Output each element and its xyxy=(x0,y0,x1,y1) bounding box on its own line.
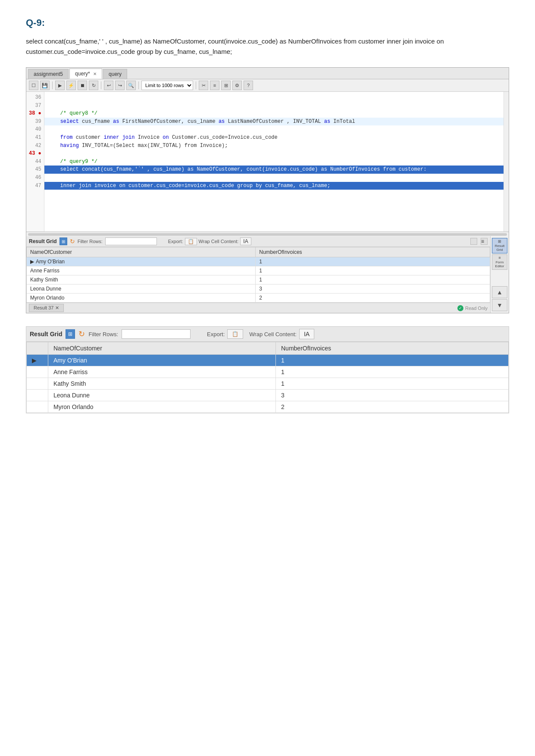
result-grid-icon-large[interactable]: ⊞ xyxy=(66,329,75,339)
form-editor-side-btn[interactable]: ≡ FormEditor xyxy=(492,254,507,270)
redo-btn[interactable]: ↪ xyxy=(115,81,125,90)
export-label-large: Export: xyxy=(207,331,225,337)
save-btn[interactable]: 💾 xyxy=(40,81,50,90)
table-row[interactable]: Myron Orlando 2 xyxy=(27,294,490,303)
fullscreen-btn[interactable] xyxy=(470,238,477,245)
wrap-label-large: Wrap Cell Content: xyxy=(249,331,297,337)
result-table-large-area: NameOfCustomer NumberOfInvoices ▶ Amy O'… xyxy=(26,342,509,413)
new-file-btn[interactable]: ☐ xyxy=(29,81,38,90)
wb-table-area: NameOfCustomer NumberOfInvoices Amy O'Br… xyxy=(26,247,490,303)
wb-result-table: NameOfCustomer NumberOfInvoices Amy O'Br… xyxy=(26,247,490,303)
tab-query[interactable]: query xyxy=(103,69,127,79)
read-only-label: Read Only xyxy=(465,306,488,311)
filter-rows-label-large: Filter Rows: xyxy=(88,331,118,337)
wb-toolbar: ☐ 💾 ▶ ⚡ ⏹ ↻ ↩ ↪ 🔍 Limit to 1000 rows ✂ ≡… xyxy=(26,79,509,92)
wb-h-scroll[interactable] xyxy=(26,232,509,236)
table-row-large[interactable]: Anne Farriss 1 xyxy=(27,366,509,378)
tab-close-icon[interactable]: ✕ xyxy=(93,72,97,76)
col-count: NumberOfInvoices xyxy=(256,247,490,257)
table-row-large[interactable]: Leona Dunne 3 xyxy=(27,390,509,401)
export-btn[interactable]: 📋 xyxy=(185,238,197,245)
table-row-large[interactable]: ▶ Amy O'Brian 1 xyxy=(27,355,509,366)
result-section-large: Result Grid ⊞ ↻ Filter Rows: Export: 📋 W… xyxy=(26,326,509,413)
settings-btn[interactable]: ⚙ xyxy=(232,81,242,90)
table-row-large[interactable]: Myron Orlando 2 xyxy=(27,401,509,413)
wb-editor: 36 37 38 ● 39 40 41 42 43 ● 44 45 46 47 … xyxy=(26,92,509,232)
refresh-icon[interactable]: ↻ xyxy=(70,238,75,245)
result-bar-large: Result Grid ⊞ ↻ Filter Rows: Export: 📋 W… xyxy=(26,327,509,342)
wrap-btn-large[interactable]: IA xyxy=(299,329,314,339)
tab-assignment5[interactable]: assignment5 xyxy=(28,69,69,79)
search-btn[interactable]: 🔍 xyxy=(126,81,136,90)
result-tab[interactable]: Result 37 ✕ xyxy=(29,304,64,312)
table-row[interactable]: Kathy Smith 1 xyxy=(27,275,490,284)
question-title: Q-9: xyxy=(26,17,509,28)
export-btn-large[interactable]: 📋 xyxy=(227,329,243,339)
undo-btn[interactable]: ↩ xyxy=(104,81,113,90)
wb-bottom-status: Result 37 ✕ ✓ Read Only xyxy=(26,303,490,313)
wrap-label: Wrap Cell Content: xyxy=(199,239,239,244)
result-grid-icon[interactable]: ⊞ xyxy=(59,237,67,245)
check-icon: ✓ xyxy=(457,305,463,311)
result-grid-side-btn[interactable]: ⊞ ResultGrid xyxy=(492,238,507,253)
table-row-large[interactable]: Kathy Smith 1 xyxy=(27,378,509,390)
filter-input-large[interactable] xyxy=(122,329,191,339)
result-grid-label-large: Result Grid xyxy=(30,331,62,337)
col-name-customer: NameOfCustomer xyxy=(48,342,276,355)
wb-side-buttons: ⊞ ResultGrid ≡ FormEditor ▲ ▼ xyxy=(490,236,509,313)
col-name: NameOfCustomer xyxy=(27,247,256,257)
wrap-btn[interactable]: IA xyxy=(240,237,251,245)
limit-select[interactable]: Limit to 1000 rows xyxy=(141,81,193,90)
result-grid-label: Result Grid xyxy=(29,238,57,244)
wb-tab-bar: assignment5 query* ✕ query xyxy=(26,68,509,79)
list-view-btn[interactable]: ≡ xyxy=(481,238,488,245)
filter-input[interactable] xyxy=(105,237,157,245)
columns-btn[interactable]: ⊞ xyxy=(221,81,231,90)
stop-btn[interactable]: ⏹ xyxy=(78,81,87,90)
table-row[interactable]: Leona Dunne 3 xyxy=(27,284,490,294)
wb-code[interactable]: /* query8 */ select cus_fname as FirstNa… xyxy=(44,92,504,231)
scroll-down-btn[interactable]: ▼ xyxy=(492,299,507,311)
table-row[interactable]: Anne Farriss 1 xyxy=(27,266,490,275)
table-row[interactable]: Amy O'Brian 1 xyxy=(27,257,490,266)
wb-window: assignment5 query* ✕ query ☐ 💾 ▶ ⚡ ⏹ ↻ ↩… xyxy=(26,67,509,313)
filter-btn[interactable]: ✂ xyxy=(199,81,208,90)
run-selected-btn[interactable]: ⚡ xyxy=(66,81,76,90)
format-btn[interactable]: ≡ xyxy=(210,81,219,90)
col-name-large xyxy=(27,342,48,355)
result-table-large: NameOfCustomer NumberOfInvoices ▶ Amy O'… xyxy=(26,342,509,413)
run-btn[interactable]: ▶ xyxy=(55,81,65,90)
help-btn[interactable]: ? xyxy=(244,81,253,90)
wb-line-numbers: 36 37 38 ● 39 40 41 42 43 ● 44 45 46 47 xyxy=(26,92,44,231)
refresh-icon-large[interactable]: ↻ xyxy=(78,329,85,339)
wb-result-bar: Result Grid ⊞ ↻ Filter Rows: Export: 📋 W… xyxy=(26,236,490,247)
question-text: select concat(cus_fname,' ' , cus_lname)… xyxy=(26,36,509,57)
refresh-btn[interactable]: ↻ xyxy=(89,81,98,90)
tab-query-active[interactable]: query* ✕ xyxy=(69,69,102,79)
export-area: Export: 📋 Wrap Cell Content: IA xyxy=(168,237,251,245)
scroll-up-btn[interactable]: ▲ xyxy=(492,286,507,298)
filter-rows-label: Filter Rows: xyxy=(78,239,103,244)
col-count-large: NumberOfInvoices xyxy=(276,342,509,355)
wb-scroll[interactable] xyxy=(504,92,509,231)
